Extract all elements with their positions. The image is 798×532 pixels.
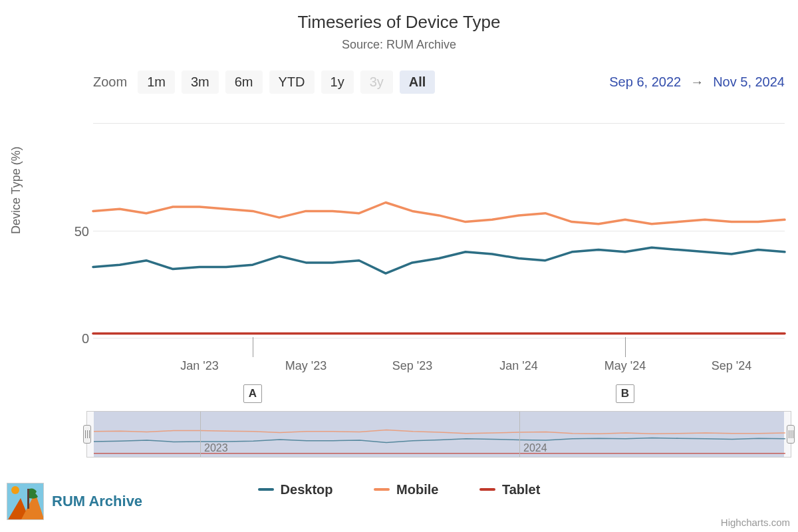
x-tick: May '24: [604, 359, 646, 373]
zoom-group: Zoom 1m3m6mYTD1y3yAll: [93, 70, 435, 94]
x-tick: Jan '24: [499, 359, 537, 373]
flag-b[interactable]: B: [616, 384, 634, 403]
nav-year-line: [519, 412, 520, 457]
x-tick: May '23: [285, 359, 327, 373]
zoom-button-3y: 3y: [360, 70, 393, 94]
legend-item-desktop[interactable]: Desktop: [258, 482, 333, 497]
controls-row: Zoom 1m3m6mYTD1y3yAll Sep 6, 2022 → Nov …: [93, 70, 785, 94]
legend-label: Desktop: [281, 482, 333, 497]
flag-line: [625, 337, 626, 357]
svg-rect-3: [27, 489, 29, 509]
legend-item-mobile[interactable]: Mobile: [374, 482, 438, 497]
legend-label: Mobile: [396, 482, 438, 497]
y-axis-label: Device Type (%): [9, 146, 23, 234]
chart-container: Timeseries of Device Type Source: RUM Ar…: [0, 0, 798, 532]
legend-swatch: [374, 488, 390, 491]
zoom-button-1m[interactable]: 1m: [138, 70, 175, 94]
navigator[interactable]: 2023 2024: [86, 411, 791, 458]
date-range: Sep 6, 2022 → Nov 5, 2024: [609, 74, 785, 90]
series-svg: [93, 123, 785, 346]
logo-area[interactable]: RUM Archive: [7, 483, 142, 520]
flag-line: [253, 337, 253, 357]
y-tick: 0: [66, 331, 89, 346]
zoom-button-1y[interactable]: 1y: [321, 70, 354, 94]
navigator-handle-right[interactable]: [787, 425, 795, 444]
zoom-button-all[interactable]: All: [400, 70, 436, 94]
x-tick: Sep '23: [392, 359, 433, 373]
logo-text: RUM Archive: [52, 493, 142, 510]
zoom-button-ytd[interactable]: YTD: [269, 70, 315, 94]
plot-area[interactable]: [93, 123, 785, 346]
x-tick: Sep '24: [712, 359, 752, 373]
chart-subtitle: Source: RUM Archive: [0, 38, 798, 52]
svg-point-4: [11, 486, 19, 494]
nav-year-label: 2023: [204, 442, 228, 454]
navigator-svg: [94, 412, 785, 458]
x-tick: Jan '23: [180, 359, 218, 373]
series-desktop[interactable]: [93, 247, 785, 273]
series-mobile[interactable]: [93, 203, 785, 224]
nav-series-mobile: [94, 430, 785, 434]
nav-series-desktop: [94, 438, 785, 443]
legend-swatch: [479, 488, 495, 491]
credits-link[interactable]: Highcharts.com: [721, 517, 790, 528]
zoom-button-3m[interactable]: 3m: [182, 70, 219, 94]
flag-a[interactable]: A: [243, 384, 262, 403]
zoom-label: Zoom: [93, 74, 127, 90]
range-to[interactable]: Nov 5, 2024: [713, 74, 785, 90]
range-arrow-icon: →: [690, 74, 704, 90]
zoom-button-6m[interactable]: 6m: [225, 70, 263, 94]
legend-label: Tablet: [502, 482, 540, 497]
y-tick: 50: [66, 224, 89, 239]
chart-title: Timeseries of Device Type: [0, 0, 798, 33]
navigator-handle-left[interactable]: [83, 425, 91, 444]
range-from[interactable]: Sep 6, 2022: [609, 74, 681, 90]
logo-icon: [7, 483, 44, 520]
nav-year-label: 2024: [523, 442, 547, 454]
legend-swatch: [258, 488, 274, 491]
nav-year-line: [200, 412, 201, 457]
legend-item-tablet[interactable]: Tablet: [479, 482, 540, 497]
